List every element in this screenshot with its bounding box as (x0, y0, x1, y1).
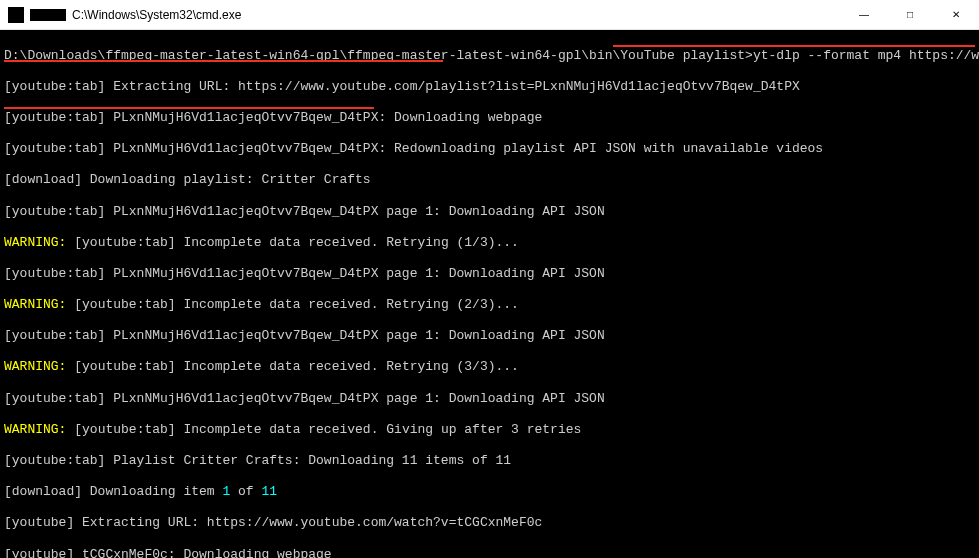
output-line: [youtube:tab] PLxnNMujH6Vd1lacjeqOtvv7Bq… (4, 204, 975, 220)
output-line: [youtube:tab] PLxnNMujH6Vd1lacjeqOtvv7Bq… (4, 391, 975, 407)
warning-tag: WARNING: (4, 297, 66, 312)
maximize-button[interactable]: □ (887, 0, 933, 29)
warning-tag: WARNING: (4, 422, 66, 437)
item-total: 11 (261, 484, 277, 499)
warning-msg: [youtube:tab] Incomplete data received. … (66, 359, 518, 374)
output-line: [youtube] tCGCxnMeF0c: Downloading webpa… (4, 547, 975, 558)
dl-prefix: [download] Downloading item (4, 484, 222, 499)
of: of (230, 484, 261, 499)
window-title: C:\Windows\System32\cmd.exe (72, 8, 841, 22)
output-line: WARNING: [youtube:tab] Incomplete data r… (4, 235, 975, 251)
output-line: [download] Downloading item 1 of 11 (4, 484, 975, 500)
output-line: WARNING: [youtube:tab] Incomplete data r… (4, 297, 975, 313)
warning-tag: WARNING: (4, 359, 66, 374)
red-underline-3 (4, 107, 374, 109)
output-line: [youtube:tab] PLxnNMujH6Vd1lacjeqOtvv7Bq… (4, 266, 975, 282)
command: yt-dlp --format mp4 https://www.youtube.… (753, 48, 979, 63)
output-line: [youtube] Extracting URL: https://www.yo… (4, 515, 975, 531)
cmd-icon (8, 7, 24, 23)
terminal-output[interactable]: D:\Downloads\ffmpeg-master-latest-win64-… (0, 30, 979, 558)
output-line: [youtube:tab] Extracting URL: https://ww… (4, 79, 975, 95)
output-line: [youtube:tab] Playlist Critter Crafts: D… (4, 453, 975, 469)
output-line: [youtube:tab] PLxnNMujH6Vd1lacjeqOtvv7Bq… (4, 328, 975, 344)
close-button[interactable]: ✕ (933, 0, 979, 29)
output-line: [youtube:tab] PLxnNMujH6Vd1lacjeqOtvv7Bq… (4, 141, 975, 157)
warning-msg: [youtube:tab] Incomplete data received. … (66, 297, 518, 312)
minimize-button[interactable]: — (841, 0, 887, 29)
output-line: WARNING: [youtube:tab] Incomplete data r… (4, 422, 975, 438)
output-line: [download] Downloading playlist: Critter… (4, 172, 975, 188)
output-line: [youtube:tab] PLxnNMujH6Vd1lacjeqOtvv7Bq… (4, 110, 975, 126)
warning-msg: [youtube:tab] Incomplete data received. … (66, 235, 518, 250)
warning-msg: [youtube:tab] Incomplete data received. … (66, 422, 581, 437)
window-controls: — □ ✕ (841, 0, 979, 29)
output-line: WARNING: [youtube:tab] Incomplete data r… (4, 359, 975, 375)
redacted-title-part (30, 9, 66, 21)
window-titlebar: C:\Windows\System32\cmd.exe — □ ✕ (0, 0, 979, 30)
warning-tag: WARNING: (4, 235, 66, 250)
red-underline-2 (4, 60, 443, 62)
red-underline-1 (613, 45, 975, 47)
